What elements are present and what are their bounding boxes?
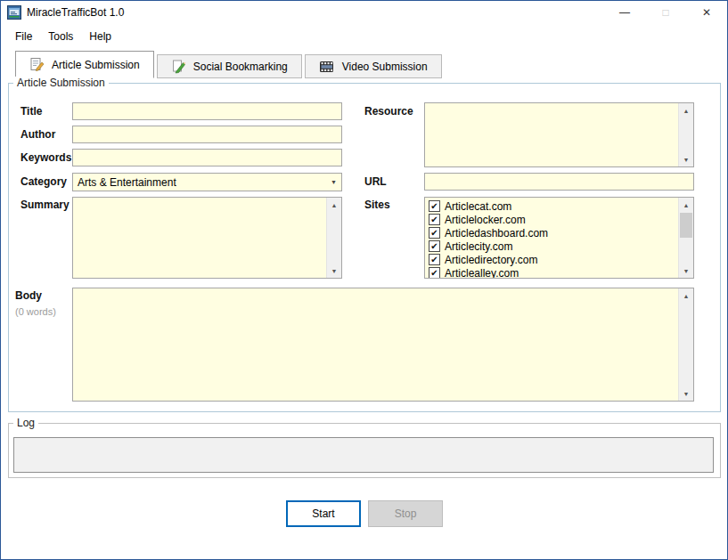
body-textarea[interactable]	[73, 288, 678, 401]
summary-label: Summary	[20, 199, 70, 211]
site-label: Articlecat.com	[445, 200, 511, 213]
keywords-input[interactable]	[72, 149, 342, 166]
title-label: Title	[20, 105, 42, 118]
site-label: Articlealley.com	[445, 267, 519, 280]
window-controls: — □ ✕	[604, 1, 727, 24]
tab-strip: Article Submission Social Bookmarking	[15, 51, 445, 78]
category-label: Category	[20, 175, 67, 188]
body-word-count: (0 words)	[15, 306, 56, 317]
scroll-up-icon[interactable]: ▲	[679, 198, 693, 212]
site-rows: ✔ Articlecat.com ✔ Articlelocker.com ✔ A…	[425, 198, 678, 278]
site-checkbox[interactable]: ✔	[429, 254, 440, 265]
resource-label: Resource	[364, 105, 413, 118]
tab-article-submission-label: Article Submission	[52, 59, 140, 71]
category-select[interactable]: Arts & Entertainment ▼	[72, 173, 342, 191]
maximize-button: □	[645, 1, 686, 24]
tab-video-submission-label: Video Submission	[342, 61, 428, 73]
sites-label: Sites	[364, 199, 390, 211]
summary-scrollbar[interactable]: ▲ ▼	[326, 198, 341, 278]
summary-textarea[interactable]	[73, 198, 326, 278]
site-label: Articlecity.com	[445, 240, 512, 253]
site-row[interactable]: ✔ Articlealley.com	[429, 266, 678, 279]
tab-article-submission[interactable]: Article Submission	[15, 51, 154, 78]
close-button[interactable]: ✕	[686, 1, 727, 24]
app-window: MiracleTrafficBot 1.0 — □ ✕ File Tools H…	[0, 0, 728, 560]
site-row[interactable]: ✔ Articlecity.com	[429, 239, 678, 253]
body-field-frame: ▲ ▼	[72, 288, 694, 402]
titlebar: MiracleTrafficBot 1.0 — □ ✕	[1, 1, 727, 24]
article-group-title: Article Submission	[13, 77, 109, 89]
site-checkbox[interactable]: ✔	[429, 227, 440, 239]
scroll-up-icon[interactable]: ▲	[327, 198, 341, 212]
menu-help[interactable]: Help	[81, 27, 119, 46]
summary-field-frame: ▲ ▼	[72, 197, 342, 279]
site-checkbox[interactable]: ✔	[429, 240, 440, 252]
url-label: URL	[364, 175, 387, 188]
tab-social-bookmarking-label: Social Bookmarking	[193, 61, 288, 73]
keywords-label: Keywords	[20, 151, 71, 164]
resource-field-frame: ▲ ▼	[424, 102, 694, 167]
title-input[interactable]	[72, 102, 342, 120]
menu-file[interactable]: File	[7, 27, 40, 46]
url-input[interactable]	[424, 173, 694, 191]
tab-social-bookmarking[interactable]: Social Bookmarking	[157, 54, 302, 78]
scrollbar-thumb[interactable]	[680, 213, 692, 238]
site-label: Articledashboard.com	[445, 227, 548, 239]
body-scrollbar[interactable]: ▲ ▼	[678, 288, 693, 401]
site-row[interactable]: ✔ Articlelocker.com	[429, 213, 678, 226]
social-bookmarking-icon	[171, 59, 186, 74]
menu-tools[interactable]: Tools	[40, 27, 81, 46]
sites-scrollbar[interactable]: ▲ ▼	[678, 198, 693, 278]
sites-list: ✔ Articlecat.com ✔ Articlelocker.com ✔ A…	[424, 197, 694, 279]
scroll-up-icon[interactable]: ▲	[679, 103, 693, 118]
site-row[interactable]: ✔ Articledashboard.com	[429, 226, 678, 239]
site-checkbox[interactable]: ✔	[429, 267, 440, 279]
site-label: Articledirectory.com	[445, 254, 537, 266]
chevron-down-icon: ▼	[326, 179, 341, 185]
video-submission-icon	[319, 60, 335, 74]
scroll-down-icon[interactable]: ▼	[679, 152, 693, 166]
site-row[interactable]: ✔ Articledirectory.com	[429, 253, 678, 266]
site-checkbox[interactable]: ✔	[429, 214, 440, 225]
scroll-down-icon[interactable]: ▼	[679, 386, 693, 401]
stop-button: Stop	[368, 500, 443, 527]
author-input[interactable]	[72, 126, 342, 143]
tab-video-submission[interactable]: Video Submission	[305, 54, 442, 78]
resource-scrollbar[interactable]: ▲ ▼	[678, 103, 693, 166]
site-checkbox[interactable]: ✔	[429, 200, 440, 212]
window-title: MiracleTrafficBot 1.0	[27, 6, 124, 19]
app-icon	[7, 5, 21, 20]
body-label: Body	[15, 289, 42, 302]
resource-textarea[interactable]	[425, 103, 678, 166]
log-output	[13, 437, 714, 473]
scroll-down-icon[interactable]: ▼	[327, 264, 341, 278]
minimize-button[interactable]: —	[604, 1, 645, 24]
scroll-up-icon[interactable]: ▲	[679, 288, 693, 303]
site-label: Articlelocker.com	[445, 214, 526, 226]
scroll-down-icon[interactable]: ▼	[679, 264, 693, 278]
author-label: Author	[20, 128, 55, 141]
category-selected-value: Arts & Entertainment	[73, 176, 326, 189]
menu-bar: File Tools Help	[1, 24, 727, 48]
article-submission-icon	[29, 57, 45, 72]
site-row[interactable]: ✔ Articlecat.com	[429, 199, 678, 213]
start-button[interactable]: Start	[286, 500, 361, 527]
log-group-title: Log	[13, 417, 38, 429]
